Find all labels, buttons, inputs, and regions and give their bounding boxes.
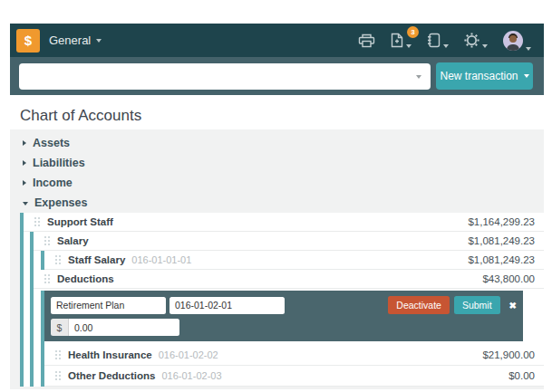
search-toolbar: New transaction [10, 57, 544, 95]
new-document-icon [391, 33, 403, 48]
account-label: Salary [57, 235, 89, 246]
drag-handle-icon[interactable] [55, 350, 57, 352]
journal-menu[interactable] [427, 33, 449, 48]
account-row-salary[interactable]: Salary $1,081,249.23 [34, 232, 544, 251]
account-balance: $43,800.00 [482, 273, 535, 284]
group-label: Liabilities [33, 157, 85, 169]
chevron-down-icon [96, 39, 102, 43]
account-row-deductions[interactable]: Deductions $43,800.00 [34, 270, 544, 289]
currency-prefix: $ [51, 319, 69, 336]
account-code: 016-01-01-01 [131, 254, 191, 265]
business-name: General [49, 33, 91, 47]
drag-handle-icon[interactable] [55, 371, 57, 373]
expenses-children: Support Staff $1,164,299.23 Salary $1,08… [20, 213, 544, 387]
drag-handle-icon[interactable] [44, 274, 46, 276]
chevron-down-icon [524, 74, 529, 78]
account-label: Support Staff [47, 216, 113, 227]
new-transaction-label: New transaction [440, 70, 518, 82]
drag-handle-icon[interactable] [55, 255, 57, 257]
account-code: 016-01-02-03 [161, 370, 221, 381]
drag-handle-icon[interactable] [34, 217, 36, 219]
chevron-down-icon [482, 44, 488, 48]
submit-button[interactable]: Submit [454, 296, 500, 314]
drag-handle-icon[interactable] [44, 236, 46, 238]
account-label: Other Deductions [68, 370, 155, 381]
collapsed-triangle-icon [23, 160, 26, 166]
notification-badge: 3 [407, 26, 419, 38]
support-staff-children: Salary $1,081,249.23 Staff Salary 016-01… [30, 232, 544, 387]
app-logo[interactable]: $ [16, 29, 40, 53]
page-title: Chart of Accounts [20, 107, 552, 125]
account-balance: $0.00 [508, 370, 535, 381]
select-caret-icon [416, 75, 421, 79]
collapsed-triangle-icon [23, 180, 26, 186]
chevron-down-icon [406, 44, 412, 48]
account-row-staff-salary[interactable]: Staff Salary 016-01-01-01 $1,081,249.23 [44, 251, 544, 270]
dollar-logo-icon: $ [24, 33, 32, 48]
journal-icon [427, 33, 441, 48]
group-label: Income [33, 177, 73, 189]
search-select[interactable] [19, 63, 431, 90]
account-code: 016-01-02-02 [159, 349, 218, 360]
user-menu[interactable] [503, 31, 531, 51]
collapsed-triangle-icon [23, 140, 26, 146]
close-icon[interactable]: ✖ [509, 301, 517, 311]
account-balance: $1,081,249.23 [468, 235, 535, 246]
accounts-panel: Assets Liabilities Income Expenses Suppo… [10, 129, 544, 389]
expanded-triangle-icon [23, 202, 28, 206]
account-label: Deductions [57, 273, 114, 284]
account-edit-form: Deactivate Submit ✖ $ [44, 291, 523, 341]
app-window: $ General 3 [0, 24, 552, 392]
account-code-field[interactable] [169, 297, 285, 314]
account-row-health-insurance[interactable]: Health Insurance 016-01-02-02 $21,900.00 [44, 345, 544, 366]
salary-children: Staff Salary 016-01-01-01 $1,081,249.23 [41, 251, 544, 270]
new-document-menu[interactable]: 3 [391, 33, 412, 48]
account-group-income[interactable]: Income [10, 173, 544, 193]
account-balance: $21,900.00 [482, 349, 535, 360]
chevron-down-icon [526, 47, 531, 51]
top-navbar: $ General 3 [10, 24, 544, 57]
account-group-liabilities[interactable]: Liabilities [10, 153, 544, 173]
printer-icon [358, 33, 375, 48]
new-transaction-button[interactable]: New transaction [436, 62, 533, 90]
user-avatar [503, 31, 523, 51]
group-label: Assets [33, 137, 70, 149]
account-row-support-staff[interactable]: Support Staff $1,164,299.23 [24, 213, 544, 232]
deactivate-button[interactable]: Deactivate [388, 296, 450, 314]
chevron-down-icon [443, 44, 449, 48]
account-group-expenses[interactable]: Expenses [10, 193, 544, 213]
account-amount-field[interactable] [69, 319, 179, 336]
account-name-field[interactable] [51, 297, 166, 314]
account-row-other-deductions[interactable]: Other Deductions 016-01-02-03 $0.00 [44, 366, 544, 387]
account-group-assets[interactable]: Assets [10, 133, 544, 153]
settings-menu[interactable] [464, 33, 488, 48]
gear-icon [464, 33, 479, 48]
account-balance: $1,164,299.23 [468, 216, 535, 227]
account-label: Health Insurance [68, 349, 152, 360]
account-balance: $1,081,249.23 [468, 254, 535, 265]
account-label: Staff Salary [68, 254, 125, 265]
print-button[interactable] [358, 33, 375, 48]
business-menu[interactable]: General [49, 33, 102, 47]
group-label: Expenses [34, 196, 87, 209]
search-select-input[interactable] [19, 63, 431, 90]
deductions-children: Deactivate Submit ✖ $ Health Insurance 0… [41, 291, 544, 387]
